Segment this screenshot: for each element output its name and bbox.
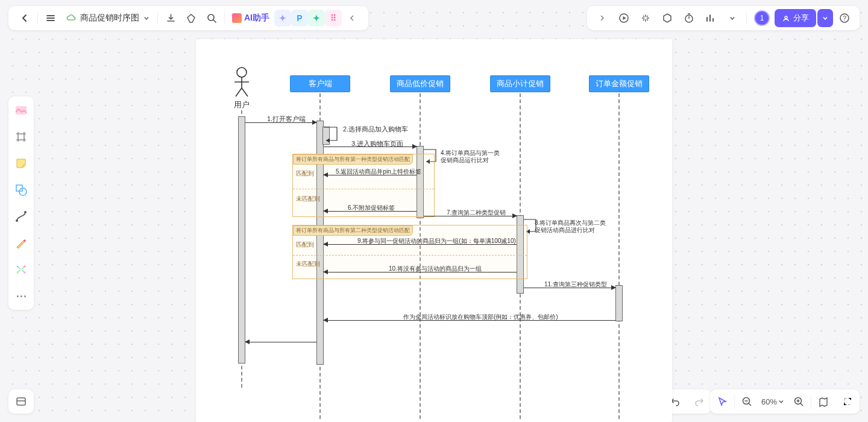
share-dropdown[interactable] [817,9,833,27]
mindmap-tool[interactable] [12,260,30,279]
play-button[interactable] [614,8,634,28]
share-icon [782,14,790,22]
gallery-tool[interactable] [12,101,30,119]
arrow-return[interactable] [245,342,316,342]
msg-1: 1.打开客户端 [267,115,306,124]
svg-point-14 [24,272,26,274]
chevron-down-icon [778,398,784,405]
menu-button[interactable] [40,8,61,28]
alt2-title: 将订单所有商品与所有第二种类型促销活动匹配 [293,225,413,236]
svg-point-10 [20,268,22,271]
cloud-icon [66,13,77,24]
map-icon [818,396,829,407]
shape-button[interactable] [657,8,678,28]
view-controls: 60% [710,389,860,414]
zoom-level[interactable]: 60% [759,397,787,406]
msg-2: 2.选择商品加入购物车 [343,125,408,134]
svg-point-7 [19,188,27,195]
avatar-initial: 1 [760,14,764,22]
expand-icon2 [842,396,853,407]
bar-chart-icon [705,13,716,24]
hexagon-icon [662,13,673,24]
tag-icon [186,13,197,24]
magic-button[interactable] [635,8,656,28]
svg-text:?: ? [843,14,846,22]
svg-point-18 [237,68,247,77]
msg-8b: 促销活动商品进行比对 [535,226,595,235]
timer-button[interactable] [679,8,699,28]
svg-point-11 [17,266,19,268]
pen-tool[interactable] [12,234,30,252]
app-shortcut-2[interactable]: P [291,10,308,27]
help-icon: ? [839,13,850,24]
lane-client[interactable]: 客户端 [290,75,350,92]
actor-label: 用户 [224,99,260,110]
lane-low-price[interactable]: 商品低价促销 [390,75,450,92]
help-button[interactable]: ? [834,8,855,28]
ai-assistant-button[interactable]: AI助手 [227,13,274,24]
ai-label: AI助手 [244,13,269,24]
msg-9: 9.将参与同一促销活动的商品归为一组(如：每单满100减10) [357,237,516,245]
layers-icon [15,395,27,408]
sticky-tool[interactable] [12,154,30,172]
connector-icon [14,210,28,223]
lane-subtotal[interactable]: 商品小计促销 [490,75,550,92]
chevron-down-icon [729,14,736,22]
play-icon [618,13,629,24]
user-avatar[interactable]: 1 [754,10,770,26]
timer-icon [684,13,694,24]
svg-rect-15 [17,398,25,405]
more-tools-button[interactable] [722,8,743,28]
activation-order-amount[interactable] [615,285,623,321]
share-label: 分享 [793,13,809,24]
expand-tools-button[interactable] [592,8,612,28]
download-icon [166,13,176,24]
mindmap-icon [14,263,28,276]
msg-6: 6.不附加促销标签 [348,204,395,212]
zoom-out-icon [741,396,752,407]
connector-tool[interactable] [12,207,30,225]
app-shortcut-4[interactable]: ⠿ [325,10,342,27]
cursor-icon [717,396,728,407]
fullscreen-button[interactable] [835,389,860,414]
alt1-match: 匹配到 [296,169,314,178]
msg-5: 5.返回活动商品并pin上特价标签 [336,168,421,176]
back-button[interactable] [14,8,35,28]
cursor-mode[interactable] [710,389,734,414]
alt1-nomatch: 未匹配到 [296,195,320,203]
sparkle-icon [640,13,651,24]
diagram-canvas[interactable]: 用户 客户端 商品低价促销 商品小计促销 订单金额促销 1.打开客户端 2.选择… [196,39,672,422]
alt1-divider [293,189,434,189]
chart-button[interactable] [700,8,721,28]
more-tools[interactable] [12,287,30,305]
svg-point-8 [16,219,18,222]
top-toolbar-right: 1 分享 ? [587,6,860,30]
share-button[interactable]: 分享 [775,9,816,27]
search-button[interactable] [201,8,222,28]
shapes-icon [14,183,28,197]
svg-point-9 [24,211,27,213]
msg-12: 作为全局活动标识放在购物车顶部(例如：优惠券、包邮价) [403,313,558,321]
collapse-apps-button[interactable] [342,8,362,28]
download-button[interactable] [160,8,181,28]
msg-3: 3.进入购物车页面 [351,139,403,148]
arrow-m2[interactable] [324,125,341,144]
more-icon [17,295,26,297]
zoom-in-button[interactable] [787,389,811,414]
shape-tool[interactable] [12,181,30,199]
lane-order-amount[interactable]: 订单金额促销 [589,75,649,92]
svg-point-13 [17,272,19,274]
pen-icon [14,236,28,250]
layers-button[interactable] [8,389,34,414]
minimap-button[interactable] [811,389,835,414]
activation-actor[interactable] [238,116,245,364]
document-title[interactable]: 商品促销时序图 [61,13,155,24]
app-shortcut-3[interactable]: ✦ [308,10,325,27]
alt2-nomatch: 未匹配到 [296,260,320,268]
chevron-left-icon [20,13,30,23]
zoom-out-button[interactable] [735,389,759,414]
frame-tool[interactable] [12,128,30,146]
tag-button[interactable] [181,8,201,28]
redo-button[interactable] [687,389,711,414]
app-shortcut-1[interactable]: ✦ [274,10,291,27]
